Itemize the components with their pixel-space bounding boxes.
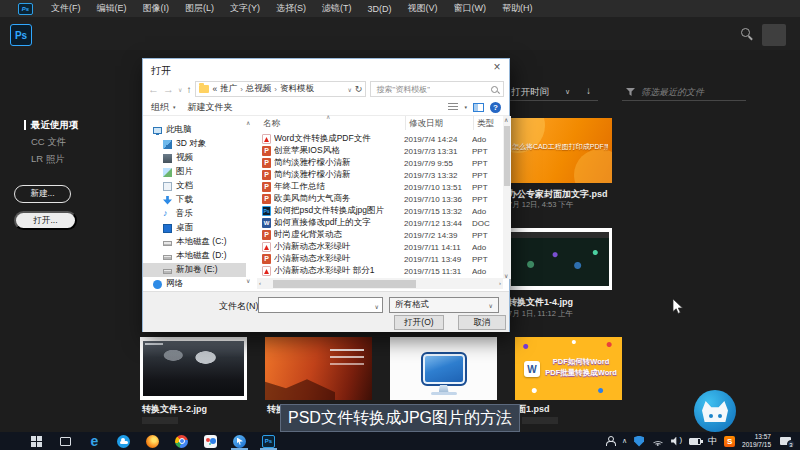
help-icon[interactable]: ? bbox=[490, 102, 501, 113]
column-header-date[interactable]: 修改日期 bbox=[409, 118, 443, 130]
menu-item[interactable]: 文字(Y) bbox=[222, 2, 268, 15]
filename-input[interactable]: ∨ bbox=[258, 297, 383, 313]
sidebar-item[interactable]: CC 文件 bbox=[31, 137, 79, 147]
file-row[interactable]: 欧美风简约大气商务 2019/7/10 13:36 PPT bbox=[257, 193, 503, 205]
column-header-type[interactable]: 类型 bbox=[477, 118, 494, 130]
breadcrumb-item[interactable]: 资料模板 bbox=[280, 83, 314, 95]
search-icon[interactable] bbox=[741, 28, 750, 37]
up-icon[interactable]: ↑ bbox=[186, 84, 191, 95]
horizontal-scrollbar[interactable]: ‹ › bbox=[257, 278, 503, 289]
taskbar-app-button[interactable] bbox=[254, 432, 283, 450]
sidebar-item[interactable]: 最近使用项 bbox=[31, 120, 79, 130]
tree-item[interactable]: 图片 bbox=[143, 165, 246, 179]
recent-file-tile[interactable] bbox=[390, 337, 497, 400]
open-button[interactable]: 打开... bbox=[14, 211, 77, 230]
file-row[interactable]: 时尚虚化背景动态 2019/7/2 14:39 PPT bbox=[257, 229, 503, 241]
battery-icon[interactable] bbox=[689, 438, 701, 445]
vertical-scrollbar[interactable]: ∧ ∨ bbox=[503, 116, 511, 279]
tree-item[interactable]: 本地磁盘 (C:) bbox=[143, 235, 246, 249]
file-row[interactable]: 创意苹果IOS风格 2019/7/3 13:31 PPT bbox=[257, 145, 503, 157]
recent-file-tile[interactable]: W PDF如何转Word PDF批量转换成Word bbox=[515, 337, 622, 400]
menu-item[interactable]: 3D(D) bbox=[360, 4, 400, 14]
file-row[interactable]: 简约淡雅柠檬小清新 2019/7/9 9:55 PPT bbox=[257, 157, 503, 169]
address-chevron-icon[interactable]: ∨ bbox=[347, 86, 351, 93]
taskbar-app-button[interactable] bbox=[22, 432, 51, 450]
volume-icon[interactable] bbox=[671, 437, 682, 446]
sidebar-item[interactable]: LR 照片 bbox=[31, 154, 79, 164]
tree-item[interactable]: 网络 bbox=[143, 277, 246, 291]
recent-file-tile[interactable] bbox=[265, 337, 372, 400]
menu-item[interactable]: 滤镜(T) bbox=[314, 2, 360, 15]
file-row[interactable]: Word文件转换成PDF文件 2019/7/4 14:24 Ado bbox=[257, 133, 503, 145]
tree-item[interactable]: 此电脑 bbox=[143, 123, 246, 137]
sort-direction-icon[interactable]: ↓ bbox=[586, 85, 591, 96]
file-row[interactable]: 如何把psd文件转换成jpg图片 2019/7/15 13:32 Ado bbox=[257, 205, 503, 217]
scroll-right-icon[interactable]: › bbox=[499, 280, 501, 286]
taskbar-app-button[interactable] bbox=[51, 432, 80, 450]
tree-item[interactable]: 文档 bbox=[143, 179, 246, 193]
new-button[interactable]: 新建... bbox=[14, 185, 71, 203]
address-bar[interactable]: « 推广 › 总视频 › 资料模板 ∨ ↻ bbox=[195, 81, 366, 97]
tree-item[interactable]: 新加卷 (E:) bbox=[143, 263, 246, 277]
taskbar-app-button[interactable] bbox=[80, 432, 109, 450]
filetype-select[interactable]: 所有格式 ∨ bbox=[389, 297, 499, 313]
view-chevron-icon[interactable]: ▾ bbox=[464, 104, 467, 110]
dialog-cancel-button[interactable]: 取消 bbox=[458, 315, 506, 330]
scrollbar-thumb[interactable] bbox=[504, 126, 510, 186]
file-row[interactable]: 小清新动态水彩绿叶 2019/7/11 13:49 PPT bbox=[257, 253, 503, 265]
back-icon[interactable]: ← bbox=[148, 84, 159, 95]
tree-item[interactable]: 音乐 bbox=[143, 207, 246, 221]
file-row[interactable]: 小清新动态水彩绿叶 2019/7/11 14:11 Ado bbox=[257, 241, 503, 253]
ime-indicator[interactable]: 中 bbox=[708, 435, 717, 448]
breadcrumb-item[interactable]: 推广 bbox=[220, 83, 237, 95]
tree-scroll-down-icon[interactable]: ∨ bbox=[246, 277, 250, 284]
menu-item[interactable]: 图层(L) bbox=[177, 2, 222, 15]
menu-item[interactable]: 窗口(W) bbox=[446, 2, 495, 15]
recent-file-tile[interactable]: 怎么将CAD工程图打印成PDF黑白的 bbox=[508, 118, 612, 183]
forward-icon[interactable]: → bbox=[163, 84, 174, 95]
tree-item[interactable]: 桌面 bbox=[143, 221, 246, 235]
dialog-open-button[interactable]: 打开(O) bbox=[394, 315, 444, 330]
file-row[interactable]: 年终工作总结 2019/7/10 13:51 PPT bbox=[257, 181, 503, 193]
taskbar-app-button[interactable] bbox=[167, 432, 196, 450]
menu-item[interactable]: 视图(V) bbox=[400, 2, 446, 15]
taskbar-app-button[interactable] bbox=[138, 432, 167, 450]
menu-item[interactable]: 帮助(H) bbox=[494, 2, 541, 15]
scroll-down-icon[interactable]: ∨ bbox=[504, 272, 508, 279]
new-folder-button[interactable]: 新建文件夹 bbox=[188, 101, 233, 114]
taskbar-app-button[interactable] bbox=[225, 432, 254, 450]
recent-file-tile[interactable] bbox=[140, 337, 247, 400]
menu-item[interactable]: 编辑(E) bbox=[89, 2, 135, 15]
sogou-icon[interactable] bbox=[724, 436, 735, 447]
menu-item[interactable]: 图像(I) bbox=[135, 2, 178, 15]
tree-scroll-up-icon[interactable]: ∧ bbox=[246, 119, 250, 126]
taskbar-clock[interactable]: 13:57 2019/7/15 bbox=[742, 433, 771, 449]
file-row[interactable]: 如何直接修改pdf上的文字 2019/7/12 13:44 DOC bbox=[257, 217, 503, 229]
refresh-icon[interactable]: ↻ bbox=[355, 84, 363, 94]
list-view-icon[interactable] bbox=[448, 103, 458, 111]
menu-item[interactable]: 文件(F) bbox=[43, 2, 89, 15]
people-icon[interactable] bbox=[606, 436, 615, 446]
recent-file-tile[interactable] bbox=[508, 228, 612, 290]
tree-item[interactable]: 3D 对象 bbox=[143, 137, 246, 151]
wifi-icon[interactable] bbox=[651, 436, 664, 446]
tree-item[interactable]: 下载 bbox=[143, 193, 246, 207]
organize-button[interactable]: 组织 bbox=[151, 101, 169, 114]
chevron-down-icon[interactable]: ∨ bbox=[375, 303, 379, 310]
close-icon[interactable]: × bbox=[489, 60, 505, 75]
file-row[interactable]: 小清新动态水彩绿叶 部分1 2019/7/15 11:31 Ado bbox=[257, 265, 503, 277]
filter-input[interactable]: 筛选最近的文件 bbox=[641, 86, 704, 99]
taskbar-app-button[interactable] bbox=[196, 432, 225, 450]
chevron-down-icon[interactable]: ∨ bbox=[565, 88, 570, 96]
scrollbar-thumb[interactable] bbox=[273, 280, 416, 288]
shield-icon[interactable] bbox=[634, 436, 644, 447]
menu-item[interactable]: 选择(S) bbox=[268, 2, 314, 15]
notification-icon[interactable]: 3 bbox=[780, 436, 794, 447]
dialog-search-box[interactable]: 搜索"资料模板" bbox=[370, 81, 504, 97]
tree-item[interactable]: 视频 bbox=[143, 151, 246, 165]
tree-item[interactable]: 本地磁盘 (D:) bbox=[143, 249, 246, 263]
scroll-up-icon[interactable]: ∧ bbox=[504, 116, 508, 123]
preview-pane-icon[interactable] bbox=[473, 103, 484, 112]
history-chevron-icon[interactable]: ∨ bbox=[178, 86, 182, 93]
file-row[interactable]: 简约淡雅柠檬小清新 2019/7/3 13:32 PPT bbox=[257, 169, 503, 181]
